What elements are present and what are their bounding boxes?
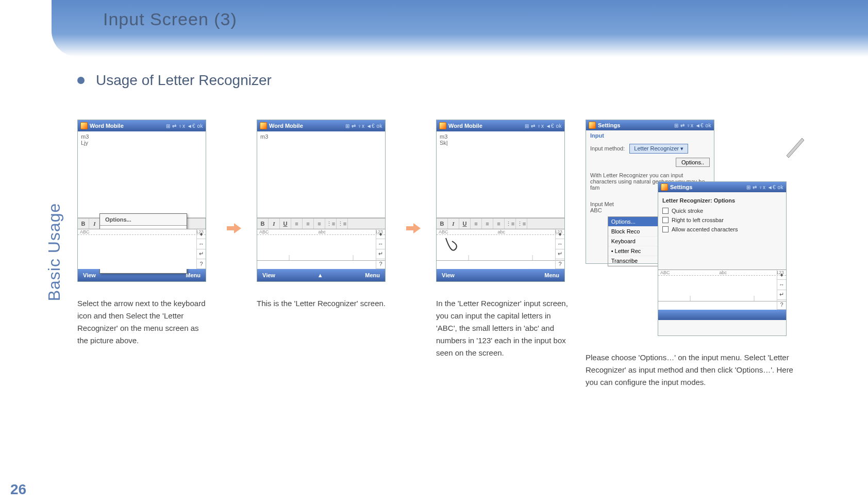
pen-icon [783, 135, 807, 159]
section-label: Basic Usage [45, 203, 64, 301]
menu-options[interactable]: Options... [608, 217, 659, 227]
caption-1: Select the arrow next to the keyboard ic… [77, 297, 211, 347]
status-icons: ⊞ ⇄ ♀x ◄€ ok [345, 123, 382, 129]
sip-up-icon[interactable]: ▲ [318, 272, 323, 278]
nav-icon[interactable]: ↔ [197, 239, 206, 249]
recognizer-input[interactable]: ABC abc 123 || ♦ ↔ ↵ ? [658, 270, 786, 310]
nav-icon[interactable]: ↔ [777, 280, 786, 290]
arrow-icon [406, 222, 421, 234]
italic-button[interactable]: I [269, 219, 280, 229]
align-center-button[interactable]: ≡ [303, 219, 314, 229]
arrow-icon [227, 222, 241, 234]
app-icon [260, 122, 267, 129]
step-1: Word Mobile ⊞ ⇄ ♀x ◄€ ok m3 Ljy B I Opti… [77, 120, 211, 347]
list-button[interactable]: ⋮≡ [516, 219, 527, 229]
menu-button[interactable]: Menu [186, 272, 201, 278]
checkbox-rtl-crossbar[interactable]: Right to left crossbar [662, 217, 782, 223]
align-button[interactable]: ≡ [482, 219, 493, 229]
view-button[interactable]: View [442, 272, 455, 278]
body-text: m3 [260, 133, 382, 140]
step-4: Settings ⊞ ⇄ ♀x ◄€ ok Input Input method… [586, 120, 807, 389]
status-icons: ⊞ ⇄ ♀x ◄€ ok [166, 123, 203, 129]
app-icon [80, 122, 88, 129]
list-button[interactable]: ⋮≡ [337, 219, 348, 229]
menu-item[interactable]: Block Reco [608, 227, 659, 237]
zone-abc-lower: abc [318, 229, 326, 234]
menu-button[interactable]: Menu [365, 272, 380, 278]
nav-icon[interactable]: ♦ [376, 229, 385, 239]
menu-options[interactable]: Options... [100, 214, 187, 226]
bold-button[interactable]: B [257, 219, 269, 229]
menu-item[interactable]: Transcribe [608, 256, 659, 266]
zone-abc-lower: abc [719, 270, 727, 275]
device-screenshot-2: Word Mobile ⊞ ⇄ ♀x ◄€ ok m3 B I U ≡ ≡ ≡ … [257, 120, 386, 282]
header-band: Input Screen (3) [52, 0, 868, 57]
checkbox-accented[interactable]: Allow accented characters [662, 226, 782, 232]
body-text: Ljy [81, 140, 203, 146]
page-title: Input Screen (3) [103, 9, 847, 29]
options-button[interactable]: Options.. [676, 158, 710, 167]
nav-icon[interactable]: ♦ [556, 229, 564, 239]
small-label: ABC [590, 207, 602, 213]
align-left-button[interactable]: ≡ [291, 219, 303, 229]
checkbox-quick-stroke[interactable]: Quick stroke [662, 208, 782, 214]
list-button[interactable]: ⋮≡ [505, 219, 516, 229]
format-toolbar: B I Options... Block Recognizer Keyboard… [78, 218, 206, 229]
step-2: Word Mobile ⊞ ⇄ ♀x ◄€ ok m3 B I U ≡ ≡ ≡ … [257, 120, 391, 310]
bullet-text: Usage of Letter Recognizer [96, 72, 272, 89]
align-button[interactable]: ≡ [471, 219, 482, 229]
bold-button[interactable]: B [78, 219, 89, 229]
zone-abc-upper: ABC [259, 229, 269, 234]
tab-input[interactable]: Input [586, 130, 714, 141]
bold-button[interactable]: B [437, 219, 448, 229]
settings-title: Settings [598, 122, 620, 128]
settings-title: Settings [670, 184, 692, 190]
list-button[interactable]: ⋮≡ [325, 219, 337, 229]
status-icons: ⊞ ⇄ ♀x ◄€ ok [674, 123, 711, 128]
help-icon[interactable]: ? [376, 259, 385, 269]
recognizer-input[interactable]: ABC abc 123 || ♦ ↔ ↵ ? [257, 229, 385, 269]
italic-button[interactable]: I [448, 219, 459, 229]
checkbox-icon [662, 217, 669, 223]
help-icon[interactable]: ? [556, 259, 564, 269]
nav-icon[interactable]: ♦ [777, 270, 786, 280]
underline-button[interactable]: U [459, 219, 471, 229]
zone-abc-lower: abc [497, 229, 505, 234]
input-method-label: Input method: [590, 145, 625, 152]
menu-button[interactable]: Menu [544, 272, 559, 278]
step-3: Word Mobile ⊞ ⇄ ♀x ◄€ ok m3 Sk| B I U ≡ … [436, 120, 570, 359]
checkbox-icon [662, 208, 669, 214]
underline-button[interactable]: U [280, 219, 291, 229]
options-subtitle: Letter Recognizer: Options [662, 197, 782, 204]
help-icon[interactable]: ? [777, 300, 786, 310]
align-button[interactable]: ≡ [493, 219, 505, 229]
enter-icon[interactable]: ↵ [556, 249, 564, 259]
checkbox-icon [662, 226, 669, 232]
nav-icon[interactable]: ♦ [197, 229, 206, 239]
input-method-select[interactable]: Letter Recognizer ▾ [629, 144, 688, 154]
app-title: Word Mobile [90, 123, 124, 129]
settings-window-front: Settings ⊞ ⇄ ♀x ◄€ ok Letter Recognizer:… [658, 181, 787, 336]
app-icon [661, 183, 668, 191]
align-right-button[interactable]: ≡ [314, 219, 325, 229]
enter-icon[interactable]: ↵ [777, 290, 786, 300]
view-button[interactable]: View [262, 272, 275, 278]
enter-icon[interactable]: ↵ [197, 249, 206, 259]
app-icon [589, 122, 596, 129]
help-icon[interactable]: ? [197, 259, 206, 269]
list-label: Input Met [590, 201, 614, 207]
status-icons: ⊞ ⇄ ♀x ◄€ ok [746, 184, 783, 190]
nav-icon[interactable]: ↔ [556, 239, 564, 249]
bullet-icon [77, 77, 85, 84]
zone-abc-upper: ABC [660, 270, 670, 275]
app-title: Word Mobile [269, 123, 303, 129]
menu-item[interactable]: Keyboard [608, 237, 659, 246]
enter-icon[interactable]: ↵ [376, 249, 385, 259]
italic-button[interactable]: I [89, 219, 101, 229]
view-button[interactable]: View [83, 272, 96, 278]
input-method-list[interactable]: Options... Block Reco Keyboard • Letter … [608, 216, 659, 266]
caption-4: Please choose 'Options…' on the input me… [586, 351, 807, 389]
recognizer-input[interactable]: ABC abc 123 | | ♦ ↔ ↵ [437, 229, 564, 269]
nav-icon[interactable]: ↔ [376, 239, 385, 249]
menu-item[interactable]: • Letter Rec [608, 246, 659, 256]
